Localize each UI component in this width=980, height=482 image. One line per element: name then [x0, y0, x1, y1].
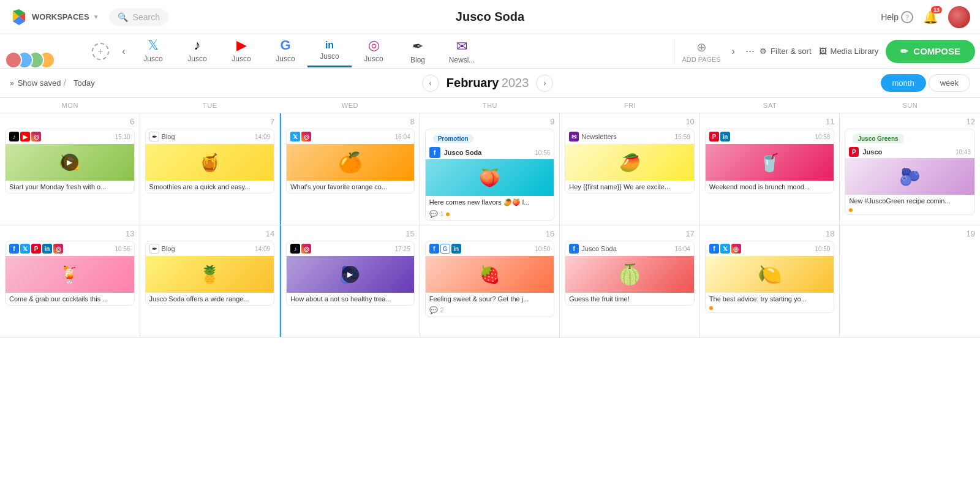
post-card-header: P in 10:58: [706, 129, 834, 144]
google-icon: G: [440, 244, 450, 254]
workspace-label: WORKSPACES: [32, 12, 89, 21]
post-caption: Jusco Soda offers a wide range...: [146, 293, 274, 305]
post-card-fri17[interactable]: f Jusco Soda 16:04 🍈 Guess the fruit tim…: [565, 241, 695, 306]
post-caption: Hey {{first name}} We are excite...: [565, 181, 694, 193]
pinterest-icon: P: [31, 244, 41, 254]
post-image: 🍹: [6, 256, 134, 293]
post-card-sun12[interactable]: Jusco Greens P Jusco 10:43 🫐 New #JuscoG…: [845, 129, 975, 215]
date-11: 11: [826, 117, 834, 126]
right-toolbar: ⚙ Filter & sort 🖼 Media Library ✏ COMPOS…: [760, 40, 975, 63]
post-card-tue7[interactable]: ✒ Blog 14:09 🍯 Smoothies are a quick and…: [145, 129, 275, 194]
tab-newsletter-label: Newsl...: [449, 56, 475, 64]
user-avatar[interactable]: [948, 6, 970, 28]
calendar-cell-14: 14 ✒ Blog 14:09 🍍 Jusco Soda offers a wi…: [140, 225, 281, 337]
filter-sort-button[interactable]: ⚙ Filter & sort: [760, 47, 811, 56]
youtube-icon: ▶: [20, 132, 30, 141]
compose-button[interactable]: ✏ COMPOSE: [886, 40, 975, 63]
tab-youtube[interactable]: ▶ Jusco: [219, 34, 263, 69]
calendar-body: 6 ♪ ▶ ◎ 15:10 🍋 ▶: [0, 113, 980, 337]
tabs-prev-arrow[interactable]: ‹: [116, 44, 131, 59]
tab-instagram[interactable]: ◎ Jusco: [352, 34, 396, 69]
date-6: 6: [130, 117, 134, 126]
post-time: 14:09: [255, 246, 270, 252]
post-card-header: ✒ Blog 14:09: [146, 129, 274, 144]
tab-google[interactable]: G Jusco: [263, 34, 307, 69]
filter-icon: ⚙: [760, 47, 767, 56]
tab-linkedin[interactable]: in Jusco: [307, 35, 352, 67]
post-time: 14:09: [255, 134, 270, 140]
post-icons: f 𝕏 ◎: [709, 244, 741, 254]
post-footer: 💬 1: [426, 209, 554, 220]
top-right-actions: Help ? 🔔 13: [881, 6, 970, 28]
help-button[interactable]: Help ?: [881, 11, 913, 23]
post-card-thu9[interactable]: Promotion f Jusco Soda 10:56 🍑 Here come…: [425, 129, 555, 221]
post-footer: [706, 305, 834, 312]
post-card-fri10[interactable]: ✉ Newsletters 15:59 🥭 Hey {{first name}}…: [565, 129, 695, 194]
next-month-button[interactable]: ›: [536, 75, 553, 92]
post-image: 🍍: [146, 256, 274, 293]
post-caption: Feeling sweet & sour? Get the j...: [426, 293, 554, 305]
today-button[interactable]: Today: [74, 78, 95, 88]
post-caption: Start your Monday fresh with o...: [6, 181, 134, 193]
post-card-thu16[interactable]: f G in 10:50 🍓 Feeling sweet & sour? Get…: [425, 241, 555, 317]
post-card-sat11[interactable]: P in 10:58 🥤 Weekend mood is brunch mood…: [705, 129, 835, 194]
more-options-button[interactable]: ···: [741, 45, 760, 58]
facebook-post-header: f Jusco Soda 10:56: [426, 146, 554, 159]
date-8: 8: [410, 117, 414, 126]
instagram-icon: ◎: [368, 37, 380, 53]
date-17: 17: [685, 229, 694, 238]
post-card-tue14[interactable]: ✒ Blog 14:09 🍍 Jusco Soda offers a wide …: [145, 241, 275, 306]
post-card-header: ✉ Newsletters 15:59: [565, 129, 694, 144]
tab-twitter[interactable]: 𝕏 Jusco: [131, 34, 175, 69]
tabs-next-arrow[interactable]: ›: [726, 44, 741, 59]
post-caption: How about a not so healthy trea...: [287, 293, 414, 305]
post-card-wed15[interactable]: ♪ ◎ 17:25 🫐 ▶ How about a not so healthy…: [286, 241, 415, 306]
tab-tiktok-label: Jusco: [187, 55, 206, 63]
post-card-header: ✒ Blog 14:09: [146, 241, 274, 256]
page-name: Jusco Soda: [581, 245, 616, 252]
help-label: Help: [881, 12, 899, 22]
tab-blog[interactable]: ✒ Blog: [396, 34, 440, 69]
day-header-wed: WED: [280, 98, 420, 113]
post-footer: [845, 207, 974, 214]
status-dot: [849, 208, 853, 212]
month-view-button[interactable]: month: [881, 74, 926, 92]
facebook-icon: f: [9, 244, 19, 254]
add-pages-button[interactable]: ⊕ ADD PAGES: [677, 40, 726, 63]
facebook-icon: f: [709, 244, 719, 254]
tab-newsletter[interactable]: ✉ Newsl...: [440, 34, 484, 69]
tab-tiktok[interactable]: ♪ Jusco: [175, 34, 219, 69]
media-library-button[interactable]: 🖼 Media Library: [819, 47, 879, 56]
post-card-mon13[interactable]: f 𝕏 P in ◎ 10:56 🍹 Come & grab our cockt…: [5, 241, 135, 306]
post-thumbnail: 🫐 ▶: [287, 256, 414, 293]
post-image: 🍋: [706, 256, 834, 293]
post-card-mon6[interactable]: ♪ ▶ ◎ 15:10 🍋 ▶ Start your Monday fresh …: [5, 129, 135, 194]
notifications-button[interactable]: 🔔 13: [923, 10, 938, 24]
post-caption: Smoothies are a quick and easy...: [146, 181, 274, 193]
current-month: February 2023: [447, 76, 529, 90]
facebook-icon: f: [429, 147, 440, 158]
post-caption: Come & grab our cocktails this ...: [6, 293, 134, 305]
post-image: 🍓: [426, 256, 554, 293]
newsletter-icon: ✉: [569, 132, 579, 141]
date-18: 18: [826, 229, 834, 238]
post-card-header: f 𝕏 P in ◎ 10:56: [6, 241, 134, 256]
post-sub-header: P Jusco 10:43: [845, 146, 974, 158]
search-icon: 🔍: [118, 12, 128, 22]
blog-icon: ✒: [149, 244, 159, 254]
post-card-wed8[interactable]: 𝕏 ◎ 16:04 🍊 What's your favorite orange …: [286, 129, 415, 194]
calendar-nav: ‹ February 2023 ›: [422, 75, 554, 92]
post-icons: f G in: [429, 244, 461, 254]
post-card-sat18[interactable]: f 𝕏 ◎ 10:50 🍋 The best advice: try start…: [705, 241, 835, 313]
tab-google-label: Jusco: [276, 55, 295, 63]
show-saved-label: Show saved: [18, 78, 61, 88]
show-saved-button[interactable]: » Show saved: [10, 78, 61, 88]
week-view-button[interactable]: week: [929, 74, 970, 92]
add-member-button[interactable]: +: [92, 43, 109, 60]
search-bar[interactable]: 🔍 Search: [109, 9, 168, 26]
prev-month-button[interactable]: ‹: [422, 75, 439, 92]
post-caption: What's your favorite orange co...: [287, 181, 414, 193]
calendar-grid: MON TUE WED THU FRI SAT SUN 6 ♪ ▶ ◎: [0, 98, 980, 337]
post-icons: ♪ ◎: [290, 244, 311, 254]
workspace-logo[interactable]: WORKSPACES ▼: [10, 8, 99, 26]
